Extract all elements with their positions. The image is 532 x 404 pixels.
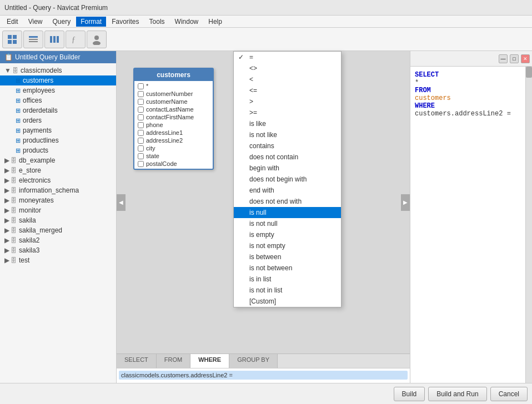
tree-item-customers[interactable]: ⊞customers (0, 75, 116, 85)
dropdown-item---[interactable]: >= (234, 107, 341, 118)
checkbox-contactLastName[interactable] (138, 107, 144, 113)
build-run-button[interactable]: Build and Run (428, 387, 486, 401)
tree-item-employees[interactable]: ⊞employees (0, 85, 116, 95)
field-state[interactable]: state (134, 152, 213, 160)
tree-item-sakila3[interactable]: ▶🗄sakila3 (0, 245, 116, 255)
menu-tools[interactable]: Tools (145, 17, 169, 27)
toolbar-btn-4[interactable]: ƒ (66, 31, 86, 48)
checkbox-postalCode[interactable] (138, 161, 144, 167)
field-addressLine2[interactable]: addressLine2 (134, 137, 213, 144)
dropdown-item--[interactable]: > (234, 96, 341, 107)
dropdown-item--[interactable]: < (234, 74, 341, 85)
field-customerNumber[interactable]: customerNumber (134, 90, 213, 98)
field-contactFirstName[interactable]: contactFirstName (134, 113, 213, 121)
menu-window[interactable]: Window (170, 17, 203, 27)
minimize-btn[interactable]: — (499, 54, 508, 63)
toolbar-btn-1[interactable] (2, 31, 22, 48)
tree-item-information_schema[interactable]: ▶🗄information_schema (0, 185, 116, 195)
tree-item-productlines[interactable]: ⊞productlines (0, 135, 116, 145)
toolbar-btn-3[interactable] (44, 31, 64, 48)
dropdown-item-is-between[interactable]: is between (234, 251, 341, 262)
tree-item-offices[interactable]: ⊞offices (0, 95, 116, 105)
dropdown-item-contains[interactable]: contains (234, 140, 341, 152)
sql-scroll-thumb[interactable] (526, 67, 532, 78)
dropdown-item---[interactable]: <= (234, 85, 341, 96)
checkbox-contactFirstName[interactable] (138, 114, 144, 120)
scroll-left-btn[interactable]: ◀ (117, 194, 126, 211)
dropdown-item-end-with[interactable]: end with (234, 185, 341, 196)
build-button[interactable]: Build (394, 387, 425, 401)
dropdown-item-is-like[interactable]: is like (234, 118, 341, 129)
tree-item-electronics[interactable]: ▶🗄electronics (0, 175, 116, 185)
tree-item-sakila_merged[interactable]: ▶🗄sakila_merged (0, 225, 116, 235)
field-phone[interactable]: phone (134, 121, 213, 129)
where-row[interactable]: classicmodels.customers.addressLine2 = (119, 371, 408, 380)
dropdown-item-does-not-end-with[interactable]: does not end with (234, 196, 341, 207)
field-customerName[interactable]: customerName (134, 98, 213, 105)
tree-item-products[interactable]: ⊞products (0, 145, 116, 155)
dropdown-label: > (249, 98, 253, 105)
dropdown-item--Custom-[interactable]: [Custom] (234, 296, 341, 307)
dropdown-item-is-empty[interactable]: is empty (234, 229, 341, 240)
menu-favorites[interactable]: Favorites (107, 17, 143, 27)
cancel-button[interactable]: Cancel (490, 387, 528, 401)
field-postalCode[interactable]: postalCode (134, 160, 213, 168)
dropdown-item--[interactable]: ✓= (234, 52, 341, 63)
dropdown-item-is-not-like[interactable]: is not like (234, 129, 341, 140)
scroll-right-btn[interactable]: ▶ (401, 194, 410, 211)
field-contactLastName[interactable]: contactLastName (134, 105, 213, 113)
dropdown-item-is-null[interactable]: is null (234, 207, 341, 218)
dropdown-item---[interactable]: <> (234, 63, 341, 74)
tree-area[interactable]: ▼🗄classicmodels⊞customers⊞employees⊞offi… (0, 63, 116, 404)
tree-item-test[interactable]: ▶🗄test (0, 255, 116, 265)
dropdown-item-does-not-contain[interactable]: does not contain (234, 152, 341, 163)
tab-where[interactable]: WHERE (190, 354, 229, 368)
field-*[interactable]: * (134, 82, 213, 90)
checkbox-state[interactable] (138, 153, 144, 159)
tree-item-classicmodels[interactable]: ▼🗄classicmodels (0, 65, 116, 75)
tree-item-orderdetails[interactable]: ⊞orderdetails (0, 105, 116, 115)
menu-edit[interactable]: Edit (2, 17, 23, 27)
tab-select[interactable]: SELECT (117, 354, 157, 368)
svg-point-12 (93, 41, 101, 45)
tab-group-by[interactable]: GROUP BY (229, 354, 278, 368)
tree-item-e_store[interactable]: ▶🗄e_store (0, 165, 116, 175)
dropdown-item-begin-with[interactable]: begin with (234, 163, 341, 174)
maximize-btn[interactable]: □ (510, 54, 519, 63)
e_store-label: e_store (19, 166, 41, 174)
tree-item-sakila2[interactable]: ▶🗄sakila2 (0, 235, 116, 245)
checkbox-customerNumber[interactable] (138, 91, 144, 97)
checkbox-customerName[interactable] (138, 99, 144, 105)
tab-from[interactable]: FROM (157, 354, 190, 368)
dropdown-item-is-in-list[interactable]: is in list (234, 274, 341, 285)
sql-scrollbar[interactable] (525, 67, 532, 404)
toolbar-btn-5[interactable] (87, 31, 107, 48)
tree-item-moneyrates[interactable]: ▶🗄moneyrates (0, 195, 116, 205)
menu-help[interactable]: Help (204, 17, 227, 27)
checkbox-addressLine1[interactable] (138, 130, 144, 136)
tree-item-monitor[interactable]: ▶🗄monitor (0, 205, 116, 215)
dropdown-item-is-not-in-list[interactable]: is not in list (234, 285, 341, 296)
tree-item-sakila[interactable]: ▶🗄sakila (0, 215, 116, 225)
field-city[interactable]: city (134, 144, 213, 152)
checkbox-phone[interactable] (138, 122, 144, 128)
dropdown-item-is-not-between[interactable]: is not between (234, 262, 341, 274)
dropdown-item-is-not-null[interactable]: is not null (234, 218, 341, 229)
menu-query[interactable]: Query (48, 17, 75, 27)
checkbox-city[interactable] (138, 145, 144, 152)
toolbar-btn-2[interactable] (23, 31, 43, 48)
sakila3-chevron-icon: ▶ (4, 246, 9, 254)
offices-label: offices (23, 97, 42, 104)
tree-item-db_example[interactable]: ▶🗄db_example (0, 155, 116, 165)
field-addressLine1[interactable]: addressLine1 (134, 129, 213, 137)
tree-item-payments[interactable]: ⊞payments (0, 125, 116, 135)
menu-view[interactable]: View (24, 17, 47, 27)
dropdown-item-is-not-empty[interactable]: is not empty (234, 240, 341, 251)
menu-format[interactable]: Format (76, 17, 106, 27)
dropdown-item-does-not-begin-with[interactable]: does not begin with (234, 174, 341, 185)
checkbox-*[interactable] (138, 83, 144, 89)
close-btn[interactable]: ✕ (521, 54, 530, 63)
tree-item-orders[interactable]: ⊞orders (0, 115, 116, 125)
checkbox-addressLine2[interactable] (138, 138, 144, 144)
dropdown-label: is like (249, 120, 266, 128)
